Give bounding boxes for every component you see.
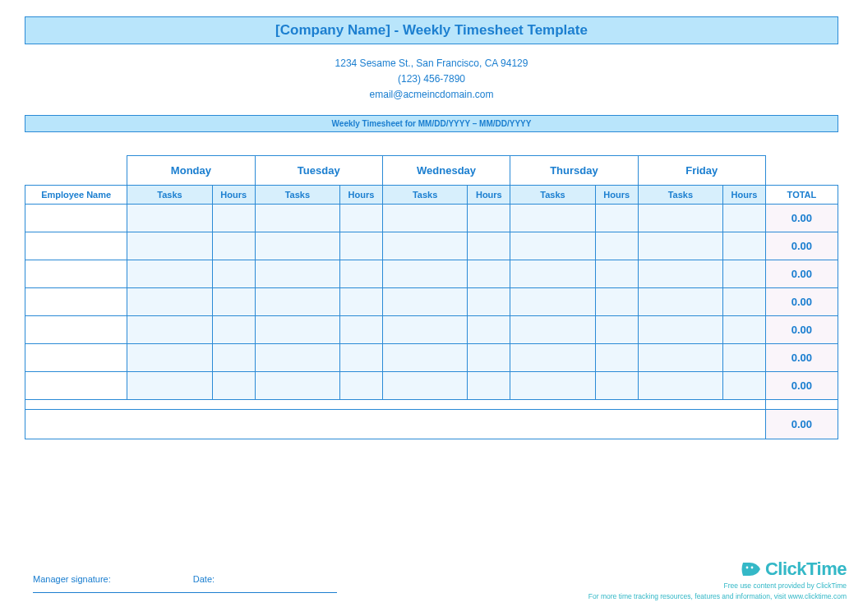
hours-cell[interactable] bbox=[468, 232, 510, 260]
tasks-header: Tasks bbox=[510, 185, 596, 204]
document-title: [Company Name] - Weekly Timesheet Templa… bbox=[25, 16, 838, 44]
hours-cell[interactable] bbox=[212, 315, 255, 343]
hours-cell[interactable] bbox=[340, 260, 383, 287]
tasks-cell[interactable] bbox=[382, 343, 468, 371]
tasks-cell[interactable] bbox=[510, 232, 596, 260]
tasks-cell[interactable] bbox=[255, 204, 340, 232]
tasks-cell[interactable] bbox=[510, 287, 596, 315]
hours-cell[interactable] bbox=[468, 371, 510, 399]
tasks-cell[interactable] bbox=[638, 260, 723, 287]
hours-cell[interactable] bbox=[723, 232, 766, 260]
tasks-cell[interactable] bbox=[255, 260, 340, 287]
footer-line-1: Free use content provided by ClickTime bbox=[588, 582, 847, 591]
tasks-cell[interactable] bbox=[255, 371, 340, 399]
hours-cell[interactable] bbox=[468, 204, 510, 232]
tasks-cell[interactable] bbox=[382, 204, 468, 232]
employee-cell[interactable] bbox=[25, 343, 127, 371]
employee-cell[interactable] bbox=[25, 260, 127, 287]
table-row: 0.00 bbox=[25, 260, 838, 287]
hours-cell[interactable] bbox=[212, 371, 255, 399]
hours-cell[interactable] bbox=[723, 343, 766, 371]
tasks-header: Tasks bbox=[382, 185, 468, 204]
employee-cell[interactable] bbox=[25, 287, 127, 315]
tasks-cell[interactable] bbox=[127, 204, 213, 232]
employee-cell[interactable] bbox=[25, 204, 127, 232]
tasks-cell[interactable] bbox=[382, 232, 468, 260]
tasks-cell[interactable] bbox=[382, 287, 468, 315]
hours-header: Hours bbox=[212, 185, 255, 204]
hours-cell[interactable] bbox=[595, 260, 638, 287]
company-info-block: 1234 Sesame St., San Francisco, CA 94129… bbox=[25, 56, 838, 103]
table-row: 0.00 bbox=[25, 287, 838, 315]
tasks-cell[interactable] bbox=[255, 315, 340, 343]
hours-header: Hours bbox=[468, 185, 510, 204]
table-row: 0.00 bbox=[25, 315, 838, 343]
hours-cell[interactable] bbox=[723, 287, 766, 315]
tasks-cell[interactable] bbox=[127, 371, 213, 399]
tasks-cell[interactable] bbox=[382, 260, 468, 287]
tasks-cell[interactable] bbox=[638, 232, 723, 260]
tasks-cell[interactable] bbox=[127, 343, 213, 371]
footer-line-2: For more time tracking resources, featur… bbox=[588, 592, 847, 601]
day-header-thursday: Thursday bbox=[510, 155, 638, 185]
hours-cell[interactable] bbox=[595, 371, 638, 399]
clicktime-logo-icon bbox=[741, 560, 762, 578]
hours-cell[interactable] bbox=[723, 315, 766, 343]
tasks-cell[interactable] bbox=[127, 287, 213, 315]
tasks-cell[interactable] bbox=[255, 232, 340, 260]
tasks-cell[interactable] bbox=[382, 315, 468, 343]
tasks-cell[interactable] bbox=[510, 315, 596, 343]
hours-cell[interactable] bbox=[468, 287, 510, 315]
tasks-cell[interactable] bbox=[510, 371, 596, 399]
hours-cell[interactable] bbox=[595, 232, 638, 260]
tasks-cell[interactable] bbox=[638, 371, 723, 399]
row-total: 0.00 bbox=[765, 232, 838, 260]
hours-cell[interactable] bbox=[340, 232, 383, 260]
hours-cell[interactable] bbox=[212, 232, 255, 260]
hours-cell[interactable] bbox=[595, 315, 638, 343]
hours-cell[interactable] bbox=[340, 287, 383, 315]
signature-area: Manager signature: Date: bbox=[33, 574, 337, 593]
employee-cell[interactable] bbox=[25, 371, 127, 399]
row-total: 0.00 bbox=[765, 204, 838, 232]
employee-cell[interactable] bbox=[25, 315, 127, 343]
row-total: 0.00 bbox=[765, 315, 838, 343]
hours-cell[interactable] bbox=[723, 204, 766, 232]
hours-cell[interactable] bbox=[340, 315, 383, 343]
tasks-cell[interactable] bbox=[638, 287, 723, 315]
hours-cell[interactable] bbox=[340, 371, 383, 399]
hours-cell[interactable] bbox=[468, 343, 510, 371]
signature-line[interactable] bbox=[33, 592, 337, 593]
hours-cell[interactable] bbox=[212, 260, 255, 287]
hours-cell[interactable] bbox=[595, 287, 638, 315]
hours-cell[interactable] bbox=[212, 287, 255, 315]
hours-cell[interactable] bbox=[468, 315, 510, 343]
tasks-cell[interactable] bbox=[255, 287, 340, 315]
tasks-header: Tasks bbox=[638, 185, 723, 204]
hours-cell[interactable] bbox=[340, 343, 383, 371]
tasks-cell[interactable] bbox=[127, 315, 213, 343]
tasks-cell[interactable] bbox=[638, 315, 723, 343]
row-total: 0.00 bbox=[765, 287, 838, 315]
tasks-cell[interactable] bbox=[638, 204, 723, 232]
tasks-cell[interactable] bbox=[127, 260, 213, 287]
hours-cell[interactable] bbox=[212, 204, 255, 232]
hours-cell[interactable] bbox=[723, 260, 766, 287]
hours-cell[interactable] bbox=[340, 204, 383, 232]
hours-cell[interactable] bbox=[723, 371, 766, 399]
tasks-cell[interactable] bbox=[510, 204, 596, 232]
tasks-header: Tasks bbox=[255, 185, 340, 204]
tasks-cell[interactable] bbox=[510, 343, 596, 371]
hours-cell[interactable] bbox=[212, 343, 255, 371]
tasks-cell[interactable] bbox=[382, 371, 468, 399]
svg-point-1 bbox=[751, 567, 754, 569]
tasks-cell[interactable] bbox=[127, 232, 213, 260]
hours-cell[interactable] bbox=[468, 260, 510, 287]
tasks-cell[interactable] bbox=[255, 343, 340, 371]
tasks-cell[interactable] bbox=[638, 343, 723, 371]
hours-cell[interactable] bbox=[595, 343, 638, 371]
tasks-cell[interactable] bbox=[510, 260, 596, 287]
employee-cell[interactable] bbox=[25, 232, 127, 260]
manager-signature-label: Manager signature: bbox=[33, 574, 111, 584]
hours-cell[interactable] bbox=[595, 204, 638, 232]
